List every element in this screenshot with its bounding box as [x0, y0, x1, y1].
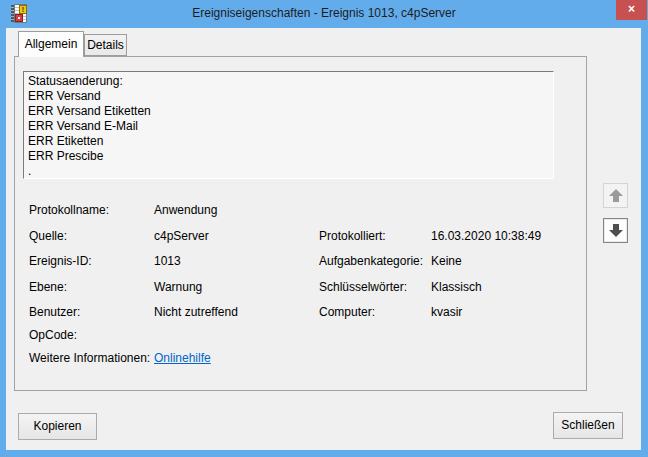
field-label-computer: Computer:	[319, 305, 375, 319]
event-properties-window: ! Ereigniseigenschaften - Ereignis 1013,…	[0, 0, 648, 457]
field-label-protokollname: Protokollname:	[29, 203, 109, 217]
field-value-protokolliert: 16.03.2020 10:38:49	[431, 229, 541, 243]
up-arrow-icon	[609, 189, 623, 196]
field-value-computer: kvasir	[431, 305, 462, 319]
description-line: ERR Etiketten	[28, 134, 549, 149]
copy-button[interactable]: Kopieren	[18, 413, 97, 440]
close-button[interactable]: Schließen	[553, 412, 623, 439]
dialog-client-area: Allgemein Details Statusaenderung: ERR V…	[6, 28, 641, 450]
field-value-quelle: c4pServer	[154, 229, 209, 243]
field-label-benutzer: Benutzer:	[29, 305, 80, 319]
field-label-schluesselwoerter: Schlüsselwörter:	[319, 280, 407, 294]
next-event-button[interactable]	[603, 218, 628, 243]
description-line: ERR Prescibe	[28, 149, 549, 164]
field-label-aufgabenkategorie: Aufgabenkategorie:	[319, 254, 423, 268]
field-value-benutzer: Nicht zutreffend	[154, 305, 238, 319]
field-label-weitere-informationen: Weitere Informationen:	[29, 351, 150, 365]
close-icon[interactable]: ×	[616, 0, 647, 20]
titlebar: ! Ereigniseigenschaften - Ereignis 1013,…	[0, 0, 648, 28]
previous-event-button[interactable]	[603, 183, 628, 208]
field-label-opcode: OpCode:	[29, 328, 77, 342]
field-value-schluesselwoerter: Klassisch	[431, 280, 482, 294]
field-value-ereignis-id: 1013	[154, 254, 181, 268]
field-value-aufgabenkategorie: Keine	[431, 254, 462, 268]
field-label-quelle: Quelle:	[29, 229, 67, 243]
description-line: Statusaenderung:	[28, 74, 549, 89]
description-line: .	[28, 164, 549, 179]
onlinehilfe-link[interactable]: Onlinehilfe	[154, 351, 211, 365]
field-label-protokolliert: Protokolliert:	[319, 229, 386, 243]
event-description-box[interactable]: Statusaenderung: ERR Versand ERR Versand…	[23, 71, 554, 179]
window-title: Ereigniseigenschaften - Ereignis 1013, c…	[0, 0, 648, 28]
description-line: ERR Versand Etiketten	[28, 104, 549, 119]
field-label-ebene: Ebene:	[29, 280, 67, 294]
description-line: ERR Versand	[28, 89, 549, 104]
field-label-ereignis-id: Ereignis-ID:	[29, 254, 92, 268]
field-value-ebene: Warnung	[154, 280, 202, 294]
tab-details[interactable]: Details	[84, 34, 127, 56]
tab-allgemein[interactable]: Allgemein	[18, 31, 84, 57]
field-value-protokollname: Anwendung	[154, 203, 217, 217]
description-line: ERR Versand E-Mail	[28, 119, 549, 134]
down-arrow-icon	[609, 230, 623, 237]
general-tab-page: Statusaenderung: ERR Versand ERR Versand…	[14, 56, 587, 391]
